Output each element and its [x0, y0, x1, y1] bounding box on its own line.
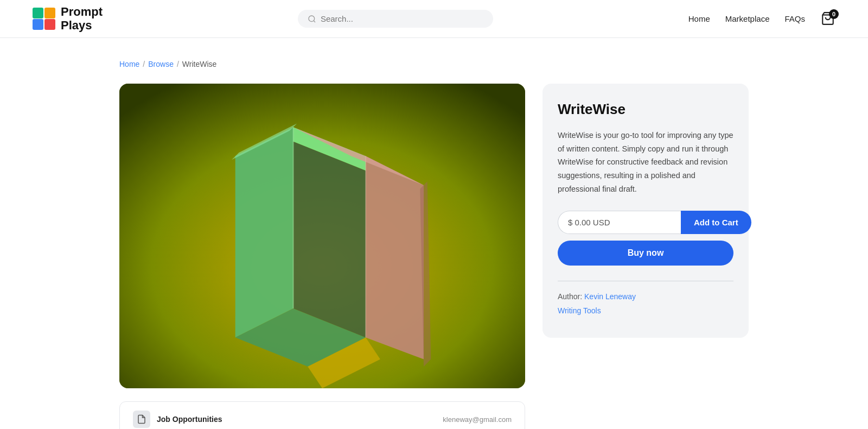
price-row: Add to Cart — [558, 211, 733, 234]
buy-now-button[interactable]: Buy now — [558, 241, 733, 266]
breadcrumb-home[interactable]: Home — [119, 60, 139, 68]
breadcrumb-sep-1: / — [143, 60, 145, 68]
product-description: WriteWise is your go-to tool for improvi… — [558, 129, 733, 195]
svg-rect-3 — [33, 8, 43, 18]
svg-marker-11 — [366, 156, 424, 359]
bottom-item-title: Job Opportunities — [157, 415, 222, 424]
breadcrumb: Home / Browse / WriteWise — [119, 60, 749, 68]
breadcrumb-browse[interactable]: Browse — [148, 60, 174, 68]
svg-line-5 — [314, 21, 315, 22]
category-link[interactable]: Writing Tools — [558, 306, 601, 315]
logo[interactable]: Prompt Plays — [33, 5, 103, 31]
product-image-svg — [119, 84, 525, 388]
bottom-left: Job Opportunities — [133, 411, 222, 428]
breadcrumb-current: WriteWise — [182, 60, 217, 68]
main-content: Home / Browse / WriteWise — [87, 38, 781, 429]
search-input[interactable] — [321, 14, 483, 23]
svg-marker-8 — [235, 127, 293, 337]
product-title: WriteWise — [558, 101, 733, 118]
svg-point-4 — [309, 16, 315, 22]
search-bar[interactable] — [298, 10, 493, 28]
main-nav: Home Marketplace FAQs 0 — [688, 11, 835, 27]
nav-marketplace[interactable]: Marketplace — [725, 14, 770, 23]
product-image — [119, 84, 525, 388]
cart-button[interactable]: 0 — [820, 11, 835, 27]
doc-icon-wrap — [133, 411, 150, 428]
divider — [558, 281, 733, 281]
bottom-item-email: kleneway@gmail.com — [443, 415, 512, 424]
doc-icon — [137, 414, 146, 424]
nav-faqs[interactable]: FAQs — [784, 14, 805, 23]
nav-home[interactable]: Home — [688, 14, 710, 23]
left-column: Job Opportunities kleneway@gmail.com — [119, 84, 525, 429]
author-label: Author: — [558, 292, 582, 301]
author-row: Author: Kevin Leneway — [558, 292, 733, 301]
product-sidebar: WriteWise WriteWise is your go-to tool f… — [542, 84, 749, 338]
header: Prompt Plays Home Marketplace FAQs 0 — [0, 0, 868, 38]
add-to-cart-button[interactable]: Add to Cart — [681, 211, 751, 234]
author-link[interactable]: Kevin Leneway — [584, 292, 636, 301]
content-grid: Job Opportunities kleneway@gmail.com Wri… — [119, 84, 749, 429]
svg-marker-13 — [293, 142, 366, 338]
svg-rect-2 — [44, 19, 55, 30]
logo-text: Prompt Plays — [61, 5, 103, 31]
category-row: Writing Tools — [558, 306, 733, 315]
cart-count: 0 — [829, 9, 839, 19]
bottom-item-row: Job Opportunities kleneway@gmail.com — [119, 401, 525, 429]
logo-icon — [33, 8, 55, 30]
price-input[interactable] — [558, 211, 681, 234]
cart-icon-wrap: 0 — [820, 11, 835, 27]
svg-rect-0 — [33, 19, 43, 30]
search-icon — [308, 15, 316, 23]
breadcrumb-sep-2: / — [177, 60, 179, 68]
svg-rect-1 — [44, 8, 55, 18]
